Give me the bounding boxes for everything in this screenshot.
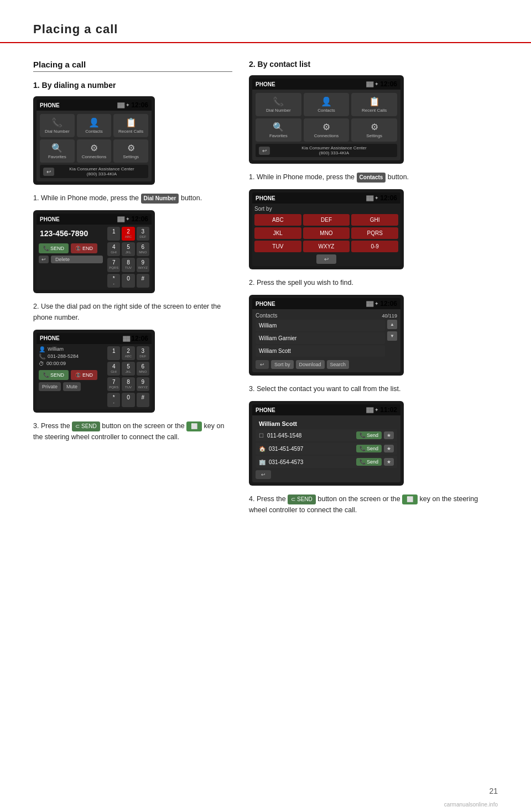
ws-back-btn[interactable]: ↩ [256, 470, 271, 479]
ws-send-btn-2[interactable]: 📞 Send [356, 445, 382, 452]
dial-key-8[interactable]: 8TUV [122, 258, 134, 272]
contact-william[interactable]: William [256, 320, 385, 331]
sortby-wxyz[interactable]: WXYZ [303, 241, 350, 252]
dial-key-2[interactable]: 2ABC [122, 227, 134, 241]
contacts-sortby-btn[interactable]: Sort by [271, 360, 294, 369]
recent-label-4: Recent Calls [353, 108, 395, 113]
left-section-title: Placing a call [33, 60, 232, 72]
sortby-def[interactable]: DEF [303, 214, 350, 226]
sortby-tuv[interactable]: TUV [254, 241, 301, 252]
menu-favorites[interactable]: 🔍 Favorites [40, 139, 75, 163]
contact-william-scott[interactable]: William Scott [256, 345, 385, 357]
call-key-9[interactable]: 9WXYZ [137, 377, 149, 391]
sortby-ghi[interactable]: GHI [351, 214, 398, 226]
call-key-0[interactable]: 0 [122, 393, 134, 407]
sortby-jkl[interactable]: JKL [254, 227, 301, 239]
assist-text-4: Kia Consumer Assistance Center(800) 333-… [274, 145, 394, 155]
dial-screen-body-2: 123-456-7890 📞 SEND 📵 END ↩ Delet [37, 225, 152, 290]
call-key-1[interactable]: 1 [107, 346, 120, 360]
menu-dial-4[interactable]: 📞 Dial Number [256, 93, 301, 116]
sortby-back-row: ↩ [254, 254, 398, 264]
call-end-btn[interactable]: 📵 END [71, 370, 97, 380]
sortby-pqrs[interactable]: PQRS [351, 227, 398, 239]
fav-icon-4: 🔍 [258, 122, 299, 132]
dial-key-hash[interactable]: # [137, 274, 149, 288]
call-key-3[interactable]: 3DEF [137, 346, 149, 360]
contacts-back-btn[interactable]: ↩ [256, 360, 269, 369]
dial-key-6[interactable]: 6MNO [137, 242, 149, 256]
sortby-back-btn[interactable]: ↩ [316, 254, 336, 264]
conn-icon-4: ⚙ [306, 122, 347, 132]
contacts-download-btn[interactable]: Download [296, 360, 325, 369]
bluetooth-icon-5: ✦ [374, 195, 379, 201]
end-btn-dial[interactable]: 📵 END [71, 243, 97, 253]
connections-icon: ⚙ [79, 143, 110, 153]
dial-key-7[interactable]: 7PQRS [107, 258, 120, 272]
dial-key-9[interactable]: 9WXYZ [137, 258, 149, 272]
contact-william-garnier[interactable]: William Garnier [256, 332, 385, 344]
menu-fav-4[interactable]: 🔍 Favorites [256, 118, 301, 142]
dial-key-1[interactable]: 1 [107, 227, 120, 241]
dial-key-4[interactable]: 4GHI [107, 242, 120, 256]
contacts-label-menu: Contacts [79, 129, 110, 134]
ws-star-btn-2[interactable]: ★ [384, 445, 394, 452]
menu-contacts[interactable]: 👤 Contacts [77, 114, 112, 137]
subsection1-title: 1. By dialing a number [33, 81, 232, 90]
ws-send-btn-1[interactable]: 📞 Send [356, 431, 382, 439]
back-btn-4[interactable]: ↩ [259, 147, 270, 155]
call-key-8[interactable]: 8TUV [122, 377, 134, 391]
menu-settings[interactable]: ⚙ Settings [113, 139, 148, 163]
ws-star-btn-1[interactable]: ★ [384, 431, 394, 439]
back-btn-1[interactable]: ↩ [43, 168, 54, 176]
favorites-label: Favorites [42, 154, 72, 159]
private-btn[interactable]: Private [39, 382, 61, 391]
dial-actions: 📞 SEND 📵 END [39, 243, 103, 253]
send-btn-dial[interactable]: 📞 SEND [39, 243, 69, 253]
call-key-5[interactable]: 5JKL [122, 362, 134, 376]
call-key-star[interactable]: *+ [107, 393, 120, 407]
favorites-icon: 🔍 [42, 143, 72, 153]
dial-key-5[interactable]: 5JKL [122, 242, 134, 256]
menu-recent-calls[interactable]: 📋 Recent Calls [113, 114, 148, 137]
call-screen-left: 👤 William 📞 031-288-5284 ⏱ 00:00:09 📞 [37, 344, 105, 409]
ws-actions-1: 📞 Send ★ [356, 431, 394, 439]
dial-key-3[interactable]: 3DEF [137, 227, 149, 241]
ws-send-btn-3[interactable]: 📞 Send [356, 458, 382, 466]
send-btn-inline-right: ⊂ SEND [288, 495, 316, 504]
menu-connections[interactable]: ⚙ Connections [77, 139, 112, 163]
dial-bottom-row: ↩ Delete [39, 256, 103, 263]
menu-set-4[interactable]: ⚙ Settings [351, 118, 397, 142]
ws-actions-2: 📞 Send ★ [356, 445, 394, 452]
mute-btn[interactable]: Mute [63, 382, 81, 391]
dial-key-0[interactable]: 0 [122, 274, 134, 288]
call-key-6[interactable]: 6MNO [137, 362, 149, 376]
phone-title-6: PHONE [256, 301, 275, 307]
sortby-09[interactable]: 0-9 [351, 241, 398, 252]
phone-body-4: 📞 Dial Number 👤 Contacts 📋 Recent Calls … [252, 90, 400, 160]
fav-label-4: Favorites [258, 133, 299, 138]
call-key-4[interactable]: 4GHI [107, 362, 120, 376]
menu-contacts-4[interactable]: 👤 Contacts [304, 93, 350, 116]
menu-conn-4[interactable]: ⚙ Connections [304, 118, 350, 142]
scroll-up-btn[interactable]: ▲ [387, 320, 397, 329]
ws-number-row-3: 🏢 031-654-4573 📞 Send ★ [256, 456, 397, 468]
call-key-2[interactable]: 2ABC [122, 346, 134, 360]
sortby-abc[interactable]: ABC [254, 214, 301, 226]
menu-recent-4[interactable]: 📋 Recent Calls [351, 93, 397, 116]
ws-star-btn-3[interactable]: ★ [384, 458, 394, 466]
sortby-mno[interactable]: MNO [303, 227, 350, 239]
status-icons-7: ▓▓ ✦ 11:02 [366, 406, 397, 414]
menu-dial-number[interactable]: 📞 Dial Number [40, 114, 75, 137]
dial-key-star[interactable]: *+ [107, 274, 120, 288]
call-key-7[interactable]: 7PQRS [107, 377, 120, 391]
contacts-search-btn[interactable]: Search [327, 360, 350, 369]
step4-right-text: 4. Press the ⊂ SEND button on the screen… [249, 493, 498, 516]
ws-number-3: 031-654-4573 [269, 459, 303, 465]
call-send-btn[interactable]: 📞 SEND [39, 370, 69, 380]
call-key-hash[interactable]: # [137, 393, 149, 407]
dial-back-btn[interactable]: ↩ [39, 256, 49, 263]
scroll-down-btn[interactable]: ▼ [387, 331, 397, 341]
time-4: 12:06 [380, 80, 397, 88]
dial-delete-btn[interactable]: Delete [51, 256, 103, 263]
left-column: Placing a call 1. By dialing a number PH… [33, 60, 232, 522]
